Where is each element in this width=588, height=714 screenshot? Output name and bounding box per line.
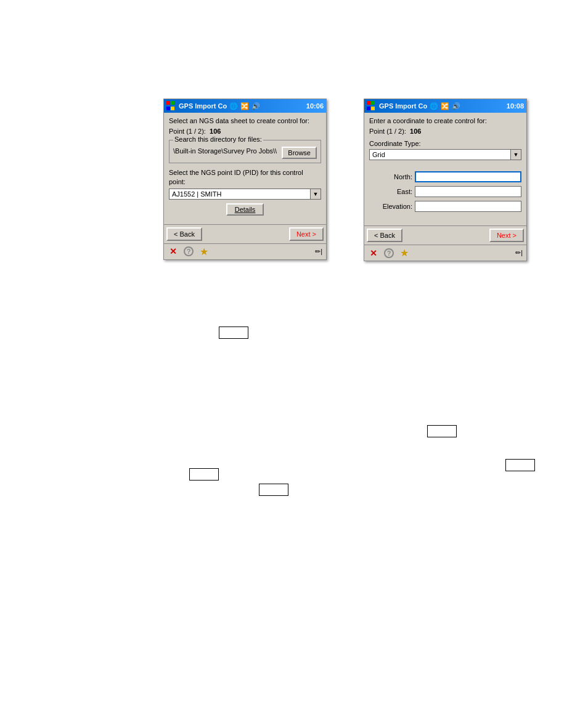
coord-taskbar-help-icon[interactable]: ? — [384, 248, 394, 258]
coord-taskbar-edit-icon[interactable]: ✏| — [515, 249, 523, 257]
pid-dropdown[interactable]: AJ1552 | SMITH — [169, 189, 321, 200]
coord-type-dropdown[interactable]: Grid Geographic Local — [369, 149, 521, 160]
elevation-row: Elevation: — [369, 201, 521, 212]
browse-button[interactable]: Browse — [282, 147, 317, 159]
ngs-back-button[interactable]: < Back — [166, 227, 202, 241]
taskbar-edit-icon[interactable]: ✏| — [315, 248, 322, 256]
ngs-point-line: Point (1 / 2): 106 — [169, 128, 321, 135]
annotation-box-4 — [189, 468, 219, 481]
coord-back-button[interactable]: < Back — [367, 229, 402, 242]
ngs-speaker-icon: 🔊 — [251, 102, 260, 110]
annotation-box-3 — [505, 459, 535, 471]
ngs-nav-buttons: < Back Next > — [164, 224, 326, 243]
pid-dropdown-container: AJ1552 | SMITH ▼ — [169, 189, 321, 200]
coord-point-line: Point (1 / 2): 106 — [369, 128, 521, 135]
ngs-taskbar: ✕ ? ★ ✏| — [164, 243, 326, 259]
details-button[interactable]: Details — [226, 203, 264, 216]
annotation-box-1 — [219, 327, 248, 339]
elevation-input[interactable] — [415, 201, 521, 212]
east-row: East: — [369, 186, 521, 197]
coord-nav-buttons: < Back Next > — [364, 225, 526, 245]
taskbar-help-icon[interactable]: ? — [184, 246, 194, 256]
ngs-instruction: Select an NGS data sheet to create contr… — [169, 116, 321, 125]
east-label: East: — [369, 188, 412, 195]
coord-windows-logo-icon — [367, 101, 377, 111]
ngs-network-icon: 🔀 — [240, 102, 249, 110]
coord-speaker-icon: 🔊 — [452, 102, 460, 110]
taskbar-close-icon[interactable]: ✕ — [168, 246, 179, 257]
coord-taskbar-star-icon[interactable]: ★ — [399, 248, 410, 259]
ngs-dialog-window: GPS Import Co 🌐 🔀 🔊 10:06 Select an NGS … — [163, 99, 327, 260]
ngs-title-bar: GPS Import Co 🌐 🔀 🔊 10:06 — [164, 99, 326, 113]
pid-label: Select the NGS point ID (PID) for this c… — [169, 168, 321, 186]
coord-next-button[interactable]: Next > — [489, 229, 524, 242]
ngs-next-button[interactable]: Next > — [289, 227, 324, 241]
annotation-box-2 — [427, 425, 457, 437]
north-input[interactable] — [415, 171, 521, 182]
coord-title-bar: GPS Import Co 🌐 🔀 🔊 10:08 — [364, 99, 526, 113]
ngs-app-title: GPS Import Co — [179, 102, 227, 110]
ngs-time: 10:06 — [306, 102, 324, 110]
elevation-label: Elevation: — [369, 203, 412, 210]
coord-taskbar: ✕ ? ★ ✏| — [364, 245, 526, 261]
annotation-box-5 — [259, 484, 288, 496]
taskbar-star-icon[interactable]: ★ — [198, 246, 210, 257]
coord-dialog-window: GPS Import Co 🌐 🔀 🔊 10:08 Enter a coordi… — [364, 99, 527, 261]
coord-taskbar-close-icon[interactable]: ✕ — [368, 248, 379, 259]
coord-instruction: Enter a coordinate to create control for… — [369, 116, 521, 125]
north-label: North: — [369, 173, 412, 181]
search-group-legend: Search this directory for files: — [173, 136, 263, 143]
coord-type-dropdown-container: Grid Geographic Local ▼ — [369, 149, 521, 160]
coord-app-title: GPS Import Co — [379, 102, 427, 110]
windows-logo-icon — [166, 101, 176, 111]
east-input[interactable] — [415, 186, 521, 197]
north-row: North: — [369, 171, 521, 182]
search-directory-group: Search this directory for files: Browse … — [169, 140, 321, 163]
ngs-globe-icon: 🌐 — [229, 102, 238, 110]
coord-network-icon: 🔀 — [441, 102, 449, 110]
coord-type-label: Coordinate Type: — [369, 140, 521, 147]
coord-time: 10:08 — [507, 102, 524, 110]
coord-globe-icon: 🌐 — [430, 102, 438, 110]
